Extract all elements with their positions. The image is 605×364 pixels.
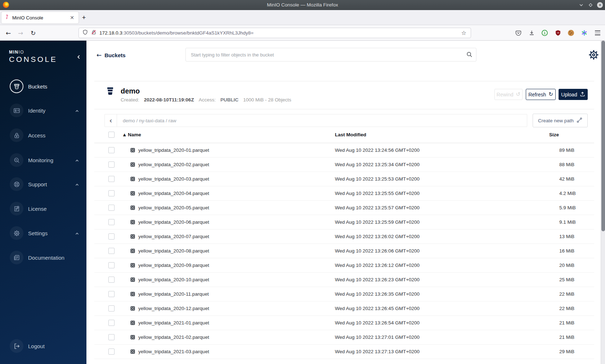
insecure-lock-icon[interactable] [91, 29, 97, 36]
bookmark-star-icon[interactable]: ☆ [461, 29, 467, 36]
table-row[interactable]: yellow_tripdata_2020-03.parquet Wed Aug … [94, 172, 594, 186]
table-row[interactable]: yellow_tripdata_2021-02.parquet Wed Aug … [94, 330, 594, 345]
object-name[interactable]: yellow_tripdata_2020-03.parquet [138, 172, 209, 186]
table-row[interactable]: yellow_tripdata_2020-12.parquet Wed Aug … [94, 301, 594, 316]
object-name[interactable]: yellow_tripdata_2020-04.parquet [138, 186, 209, 201]
table-row[interactable]: yellow_tripdata_2020-07.parquet Wed Aug … [94, 229, 594, 244]
sidebar-item-support[interactable]: Support [0, 176, 86, 192]
row-checkbox[interactable] [108, 277, 115, 283]
chevron-up-icon[interactable] [75, 158, 79, 164]
row-checkbox[interactable] [108, 205, 115, 211]
scrollbar-thumb[interactable] [601, 41, 605, 231]
upload-button[interactable]: Upload [559, 89, 588, 100]
object-name[interactable]: yellow_tripdata_2020-08.parquet [138, 244, 209, 258]
tab-close-icon[interactable]: ✕ [68, 15, 76, 21]
object-name[interactable]: yellow_tripdata_2020-07.parquet [138, 229, 209, 244]
back-to-buckets[interactable]: ← Buckets [97, 51, 126, 59]
row-checkbox[interactable] [108, 305, 115, 311]
downloads-icon[interactable] [528, 30, 535, 36]
cookie-icon[interactable] [568, 30, 574, 36]
extension-green-icon[interactable] [542, 30, 548, 36]
row-checkbox[interactable] [108, 147, 115, 153]
window-minimize-icon[interactable] [578, 3, 584, 8]
object-name[interactable]: yellow_tripdata_2020-06.parquet [138, 215, 209, 229]
sidebar-item-logout[interactable]: Logout [0, 338, 86, 354]
object-name[interactable]: yellow_tripdata_2020-10.parquet [138, 273, 209, 287]
table-row[interactable]: yellow_tripdata_2020-04.parquet Wed Aug … [94, 186, 594, 201]
sidebar-item-buckets[interactable]: Buckets [0, 78, 86, 94]
object-name[interactable]: yellow_tripdata_2020-09.parquet [138, 258, 209, 273]
sidebar-item-access[interactable]: Access [0, 127, 86, 143]
row-checkbox[interactable] [108, 349, 115, 355]
row-checkbox[interactable] [108, 248, 115, 254]
object-name[interactable]: yellow_tripdata_2020-02.parquet [138, 158, 209, 172]
table-row[interactable]: yellow_tripdata_2020-09.parquet Wed Aug … [94, 258, 594, 273]
table-row[interactable]: yellow_tripdata_2020-01.parquet Wed Aug … [94, 143, 594, 158]
row-checkbox[interactable] [108, 291, 115, 297]
filter-objects-input[interactable] [185, 48, 476, 62]
reload-button[interactable]: ↻ [28, 26, 39, 40]
table-row[interactable]: yellow_tripdata_2020-10.parquet Wed Aug … [94, 273, 594, 287]
object-name[interactable]: yellow_tripdata_2021-02.parquet [138, 330, 209, 345]
column-header-last-modified[interactable]: Last Modified [335, 127, 366, 143]
sidebar-collapse-icon[interactable] [76, 54, 81, 61]
column-header-name[interactable]: Name [128, 127, 141, 143]
rewind-button[interactable]: Rewind↺ [494, 89, 523, 100]
select-all-checkbox[interactable] [108, 132, 115, 138]
object-name[interactable]: yellow_tripdata_2020-05.parquet [138, 201, 209, 215]
url-text[interactable]: 172.18.0.3:30503/buckets/demo/browse/bnk… [99, 30, 461, 36]
chevron-up-icon[interactable] [75, 108, 79, 115]
row-checkbox[interactable] [108, 161, 115, 168]
sidebar-item-license[interactable]: License [0, 201, 86, 217]
object-name[interactable]: yellow_tripdata_2020-01.parquet [138, 143, 209, 158]
table-row[interactable]: yellow_tripdata_2020-11.parquet Wed Aug … [94, 287, 594, 301]
svg-text:U0: U0 [557, 32, 559, 34]
pocket-icon[interactable] [515, 30, 521, 36]
table-row[interactable]: yellow_tripdata_2020-06.parquet Wed Aug … [94, 215, 594, 229]
row-checkbox[interactable] [108, 334, 115, 340]
new-tab-button[interactable]: + [79, 13, 89, 22]
window-close-icon[interactable]: ✕ [597, 2, 603, 8]
shield-icon[interactable] [82, 29, 88, 36]
chevron-up-icon[interactable] [75, 231, 79, 237]
object-size: 22 MiB [559, 287, 574, 301]
object-size: 13 MiB [559, 229, 574, 244]
browser-tab[interactable]: MinIO Console ✕ [1, 12, 79, 23]
url-bar[interactable]: 172.18.0.3:30503/buckets/demo/browse/bnk… [79, 28, 471, 38]
row-checkbox[interactable] [108, 233, 115, 240]
create-new-path-button[interactable]: Create new path [533, 114, 588, 127]
sidebar-item-identity[interactable]: Identity [0, 103, 86, 118]
sidebar-item-settings[interactable]: Settings [0, 225, 86, 241]
ublock-shield-icon[interactable]: U0 [555, 30, 561, 36]
window-maximize-icon[interactable] [588, 3, 593, 8]
row-checkbox[interactable] [108, 320, 115, 326]
forward-button[interactable]: → [15, 26, 26, 40]
refresh-button[interactable]: Refresh↻ [526, 89, 556, 100]
object-name[interactable]: yellow_tripdata_2020-11.parquet [138, 287, 209, 301]
sidebar-item-monitoring[interactable]: Monitoring [0, 152, 86, 168]
chevron-up-icon[interactable] [75, 182, 79, 188]
table-row[interactable]: yellow_tripdata_2020-02.parquet Wed Aug … [94, 158, 594, 172]
extension-asterisk-icon[interactable] [581, 30, 587, 36]
sort-ascending-icon[interactable]: ▲ [122, 127, 127, 143]
table-row[interactable]: yellow_tripdata_2020-08.parquet Wed Aug … [94, 244, 594, 258]
object-list: yellow_tripdata_2020-01.parquet Wed Aug … [94, 143, 594, 359]
settings-gear-icon[interactable] [588, 49, 599, 62]
menu-hamburger-icon[interactable] [594, 30, 601, 36]
column-header-size[interactable]: Size [549, 127, 559, 143]
sidebar-item-documentation[interactable]: Documentation [0, 250, 86, 265]
table-row[interactable]: yellow_tripdata_2021-03.parquet Wed Aug … [94, 345, 594, 359]
page-scrollbar[interactable] [601, 41, 605, 364]
object-name[interactable]: yellow_tripdata_2021-01.parquet [138, 316, 209, 330]
path-back-icon[interactable]: ‹ [105, 114, 117, 127]
row-checkbox[interactable] [108, 262, 115, 268]
back-button[interactable]: ← [3, 26, 14, 40]
table-row[interactable]: yellow_tripdata_2020-05.parquet Wed Aug … [94, 201, 594, 215]
breadcrumb[interactable]: demo / ny-taxi-data / raw [117, 114, 176, 127]
object-name[interactable]: yellow_tripdata_2021-03.parquet [138, 345, 209, 359]
table-row[interactable]: yellow_tripdata_2021-01.parquet Wed Aug … [94, 316, 594, 330]
row-checkbox[interactable] [108, 176, 115, 182]
row-checkbox[interactable] [108, 219, 115, 225]
row-checkbox[interactable] [108, 190, 115, 196]
object-name[interactable]: yellow_tripdata_2020-12.parquet [138, 301, 209, 316]
